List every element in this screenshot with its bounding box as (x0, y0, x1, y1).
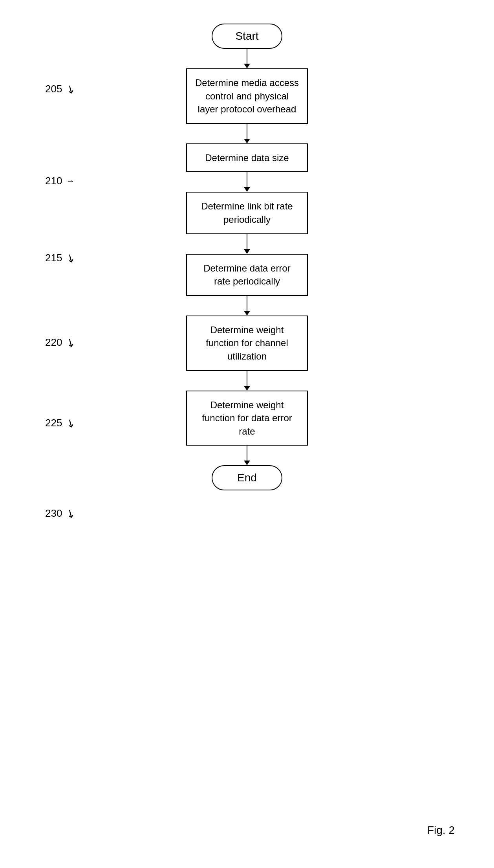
label-205: 205 ↘ (45, 83, 75, 95)
connector-6 (247, 371, 247, 387)
step-215-node: Determine link bit rate periodically (186, 192, 308, 234)
arrow-icon-220: ↘ (64, 334, 78, 350)
label-225: 225 ↘ (45, 417, 75, 429)
arrow-icon-230: ↘ (64, 505, 78, 521)
flowchart: Start Determine media access control and… (180, 24, 314, 490)
connector-4 (247, 234, 247, 250)
connector-5 (247, 296, 247, 312)
start-node: Start (212, 24, 282, 49)
diagram-container: Start Determine media access control and… (0, 0, 494, 868)
arrow-3 (244, 187, 250, 192)
connector-3 (247, 172, 247, 188)
label-230: 230 ↘ (45, 507, 75, 520)
step-210-node: Determine data size (186, 143, 308, 172)
step-225-node: Determine weight function for channel ut… (186, 316, 308, 371)
step-220-node: Determine data error rate periodically (186, 254, 308, 296)
step-205-node: Determine media access control and physi… (186, 68, 308, 124)
figure-label: Fig. 2 (427, 824, 455, 837)
label-215: 215 ↘ (45, 251, 75, 264)
arrow-1 (244, 64, 250, 68)
arrow-icon-205: ↘ (64, 81, 78, 97)
arrow-7 (244, 461, 250, 465)
connector-7 (247, 446, 247, 461)
label-210: 210 → (45, 175, 75, 187)
label-220: 220 ↘ (45, 336, 75, 349)
step-230-node: Determine weight function for data error… (186, 391, 308, 446)
arrow-icon-210: → (66, 176, 75, 186)
connector-2 (247, 124, 247, 139)
arrow-icon-225: ↘ (64, 415, 78, 431)
arrow-2 (244, 139, 250, 143)
end-node: End (212, 465, 282, 490)
arrow-5 (244, 311, 250, 316)
connector-1 (247, 49, 247, 64)
arrow-icon-215: ↘ (64, 250, 78, 266)
arrow-4 (244, 249, 250, 254)
arrow-6 (244, 386, 250, 391)
